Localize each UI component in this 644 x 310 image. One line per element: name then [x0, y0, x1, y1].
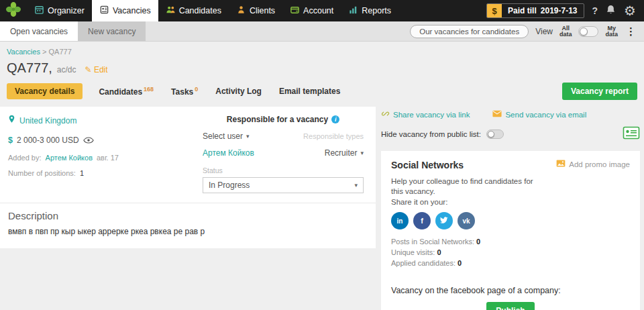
- help-icon[interactable]: ?: [592, 5, 598, 16]
- candidates-icon: [166, 5, 176, 17]
- nav-item-label: Candidates: [179, 6, 221, 15]
- stat-posts-value: 0: [476, 238, 480, 246]
- salary-range: 2 000-3 000 USD: [17, 136, 79, 145]
- our-vacancies-button[interactable]: Our vacancies for candidates: [410, 25, 529, 38]
- nav-item-clients[interactable]: Clients: [229, 0, 282, 21]
- paid-till-date: 2019-7-13: [541, 6, 578, 15]
- top-navigation-bar: Organizer Vacancies Candidates Clients A…: [0, 0, 644, 21]
- add-promo-image-link[interactable]: Add promo image: [556, 160, 630, 168]
- caret-down-icon: ▾: [354, 182, 358, 189]
- clients-icon: [236, 5, 246, 17]
- link-chain-icon: [381, 109, 390, 119]
- nav-item-account[interactable]: Account: [282, 0, 341, 21]
- social-help-text: Help your colleague to find candidates f…: [391, 176, 545, 197]
- salary-visibility-eye-icon[interactable]: [83, 134, 94, 146]
- linkedin-icon[interactable]: in: [391, 212, 409, 229]
- stat-applied-value: 0: [458, 259, 462, 267]
- nav-item-organizer[interactable]: Organizer: [27, 0, 92, 21]
- tasks-count-badge: 0: [195, 86, 198, 93]
- more-options-icon[interactable]: ⋮: [625, 25, 637, 38]
- send-vacancy-email-link[interactable]: Send vacancy via email: [492, 110, 586, 119]
- paid-till-badge[interactable]: $ Paid till 2019-7-13: [486, 3, 584, 18]
- responsible-user-link[interactable]: Артем Койков: [203, 148, 254, 158]
- nav-item-reports[interactable]: Reports: [341, 0, 398, 21]
- organizer-icon: [34, 5, 44, 17]
- tab-tasks[interactable]: Tasks0: [170, 83, 199, 100]
- vk-icon[interactable]: vk: [458, 212, 475, 229]
- stat-visits-label: Unique visits:: [391, 248, 435, 256]
- subbar-right-controls: Our vacancies for candidates View Alldat…: [410, 21, 644, 41]
- hide-vacancy-toggle[interactable]: [486, 130, 504, 139]
- responsible-form: Responsible for a vacancy i Select user …: [191, 115, 368, 193]
- settings-gear-icon[interactable]: ⚙: [624, 4, 636, 17]
- my-data-label: Mydata: [605, 25, 618, 38]
- image-icon: [556, 160, 566, 168]
- vacancy-card-icon[interactable]: [623, 125, 640, 143]
- nav-item-candidates[interactable]: Candidates: [158, 0, 229, 21]
- vacancy-tabs: Vacancy details Candidates168 Tasks0 Act…: [0, 80, 644, 107]
- social-networks-title: Social Networks: [391, 160, 464, 170]
- data-scope-toggle[interactable]: [578, 26, 598, 37]
- added-by-user-link[interactable]: Артем Койков: [46, 154, 93, 162]
- dollar-icon: $: [487, 4, 502, 17]
- nav-item-label: Clients: [250, 6, 275, 15]
- edit-vacancy-link[interactable]: ✎ Edit: [85, 65, 108, 74]
- description-section: Description вмвп в пвп пр кыр ыкер аррер…: [0, 203, 376, 248]
- location-pin-icon: [8, 115, 15, 127]
- tab-open-vacancies-label: Open vacancies: [10, 27, 68, 36]
- right-column: Share vacancy via link Send vacancy via …: [381, 107, 640, 310]
- facebook-page-text: Vacancy on the facebook page of a compan…: [391, 286, 630, 295]
- publish-button[interactable]: Publish: [486, 302, 534, 310]
- view-label: View: [535, 27, 553, 36]
- vacancy-report-button[interactable]: Vacancy report: [562, 83, 637, 100]
- main-content: United Kingdom $ 2 000-3 000 USD Added b…: [0, 107, 644, 310]
- tab-new-vacancy-label: New vacancy: [88, 27, 136, 36]
- share-vacancy-link[interactable]: Share vacancy via link: [381, 109, 470, 119]
- account-icon: [290, 5, 300, 17]
- caret-down-icon: ▾: [246, 133, 250, 140]
- description-text: вмвп в пвп пр кыр ыкер аррерке ркеа рвке…: [8, 227, 368, 236]
- nav-item-label: Account: [303, 6, 333, 15]
- nav-item-vacancies[interactable]: Vacancies: [92, 0, 158, 21]
- tab-activity-log[interactable]: Activity Log: [214, 83, 263, 99]
- hide-vacancy-label: Hide vacancy from public list:: [381, 130, 481, 138]
- currency-symbol: $: [8, 136, 13, 145]
- stat-applied-label: Applied candidates:: [391, 259, 455, 267]
- toggle-knob: [488, 131, 494, 138]
- nav-item-label: Reports: [362, 6, 391, 15]
- nav-item-label: Vacancies: [113, 6, 151, 15]
- tab-open-vacancies[interactable]: Open vacancies: [0, 21, 78, 41]
- caret-down-icon: ▾: [360, 150, 364, 156]
- positions-value: 1: [80, 169, 84, 177]
- clover-logo-icon: [5, 1, 21, 20]
- toggle-knob: [580, 28, 588, 36]
- notifications-bell-icon[interactable]: [606, 4, 616, 17]
- tab-vacancy-details[interactable]: Vacancy details: [7, 83, 83, 99]
- tab-email-templates[interactable]: Email templates: [278, 83, 341, 99]
- stat-visits-value: 0: [437, 248, 441, 256]
- envelope-icon: [492, 110, 502, 119]
- vacancies-icon: [99, 5, 109, 17]
- responsible-types-label: Responsible types: [303, 132, 364, 140]
- breadcrumb-separator: >: [42, 48, 46, 56]
- all-data-label: Alldata: [559, 25, 572, 38]
- status-dropdown[interactable]: In Progress ▾: [203, 177, 364, 193]
- candidates-count-badge: 168: [144, 86, 154, 93]
- stat-posts-label: Posts in Social Networks:: [391, 238, 474, 246]
- facebook-icon[interactable]: f: [413, 212, 431, 229]
- page-title: QA777,: [7, 60, 52, 76]
- location-link[interactable]: United Kingdom: [19, 116, 76, 125]
- nav-item-label: Organizer: [48, 6, 85, 15]
- tab-candidates[interactable]: Candidates168: [97, 83, 155, 100]
- breadcrumb-vacancies-link[interactable]: Vacancies: [7, 48, 40, 56]
- responsible-title: Responsible for a vacancy: [227, 115, 328, 124]
- reports-icon: [348, 5, 358, 17]
- responsible-role-dropdown[interactable]: Recruiter ▾: [325, 148, 364, 158]
- pencil-icon: ✎: [85, 65, 92, 74]
- twitter-icon[interactable]: [435, 212, 453, 229]
- select-user-dropdown[interactable]: Select user ▾: [203, 132, 250, 141]
- tab-new-vacancy[interactable]: New vacancy: [78, 21, 146, 41]
- app-logo[interactable]: [0, 0, 27, 21]
- page-header: QA777, ac/dc ✎ Edit: [0, 58, 644, 80]
- info-icon[interactable]: i: [331, 115, 339, 123]
